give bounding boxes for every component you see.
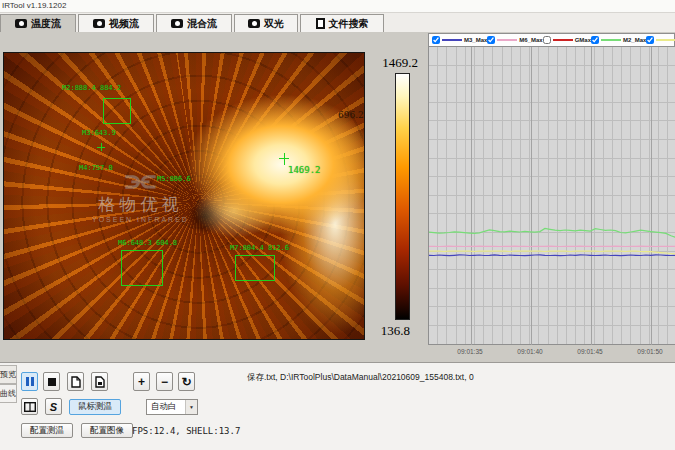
measure-roi-rect[interactable] (235, 255, 275, 281)
legend-checkbox[interactable] (646, 36, 654, 44)
spot-temp-label: 696.2 (338, 110, 364, 120)
max-temp-crosshair-icon (279, 158, 289, 159)
x-tick-label: 09:01:45 (577, 348, 602, 355)
tab-label: 双光 (264, 17, 284, 31)
zoom-in-button[interactable]: + (133, 372, 150, 391)
panel-tab-curve[interactable]: 曲线 (0, 384, 17, 403)
temperature-trend-chart[interactable] (428, 47, 675, 345)
colorbar-max-label: 1469.2 (360, 55, 418, 71)
measure-annotation: M6:648.3 604.8 (118, 239, 177, 247)
film-icon (24, 402, 36, 412)
measure-roi-rect[interactable] (103, 98, 131, 124)
colorbar-min-label: 136.8 (360, 323, 410, 339)
save-path-status: 保存.txt, D:\IRToolPlus\DataManual\2021060… (247, 372, 474, 384)
legend-label: M6_Max (519, 37, 542, 43)
watermark-logo-icon: ⫘ (92, 163, 189, 193)
max-temp-label: 1469.2 (288, 165, 321, 175)
tab-video-stream[interactable]: 视频流 (78, 14, 154, 32)
chevron-down-icon: ▼ (185, 400, 197, 414)
chart-x-axis: 09:01:35 09:01:40 09:01:45 09:01:50 (428, 348, 675, 358)
save-data-button[interactable] (91, 372, 108, 391)
legend-line-swatch (442, 39, 462, 41)
minus-icon: − (161, 376, 168, 388)
film-frames-button[interactable] (21, 398, 38, 415)
legend-item[interactable]: M5_Max (646, 36, 675, 44)
pause-button[interactable] (21, 372, 38, 391)
legend-item[interactable]: GMax (543, 36, 591, 44)
measure-annotation: M2:888.4 884.2 (62, 84, 121, 92)
legend-line-swatch (553, 39, 573, 41)
camera-icon (248, 19, 260, 28)
document-icon (316, 18, 325, 29)
palette-select-value: 自动白 (151, 401, 177, 413)
legend-label: M3_Max (464, 37, 487, 43)
stream-tab-bar: 温度流 视频流 混合流 双光 文件搜索 (0, 13, 675, 32)
stop-button[interactable] (43, 372, 60, 391)
stop-icon (48, 378, 56, 386)
tab-label: 温度流 (31, 17, 61, 31)
legend-checkbox[interactable] (487, 36, 495, 44)
zoom-out-button[interactable]: − (156, 372, 173, 391)
refresh-icon: ↻ (181, 376, 191, 388)
thermal-image[interactable]: M2:888.4 884.2 M3:643.9 M4:757.0 M5:806.… (3, 52, 365, 340)
legend-checkbox[interactable] (591, 36, 599, 44)
watermark-text-cn: 格物优视 (92, 193, 189, 216)
measure-roi-rect[interactable] (121, 250, 163, 286)
legend-line-swatch (656, 39, 675, 41)
legend-label: M2_Max (623, 37, 646, 43)
tab-mixed-stream[interactable]: 混合流 (156, 14, 232, 32)
tab-label: 文件搜索 (329, 17, 369, 31)
save-data-icon (95, 376, 105, 388)
plus-icon: + (138, 376, 145, 388)
pause-icon (26, 377, 34, 386)
camera-icon (171, 19, 183, 28)
tab-temperature-stream[interactable]: 温度流 (0, 14, 76, 32)
watermark-text-en: YOSEEN INFRARED (92, 216, 189, 223)
camera-icon (15, 19, 27, 28)
palette-select[interactable]: 自动白 ▼ (146, 399, 198, 415)
watermark: ⫘ 格物优视 YOSEEN INFRARED (92, 163, 189, 223)
legend-item[interactable]: M6_Max (487, 36, 542, 44)
measure-annotation: M7:804.4 812.6 (230, 244, 289, 252)
curve-mode-button[interactable]: S (45, 398, 62, 415)
legend-checkbox[interactable] (543, 36, 551, 44)
window-title: IRTool v1.19.1202 (2, 1, 66, 10)
legend-line-swatch (601, 39, 621, 41)
legend-line-swatch (497, 39, 517, 41)
temperature-colorbar (395, 73, 410, 320)
tab-label: 视频流 (109, 17, 139, 31)
max-temp-crosshair-icon (284, 153, 285, 165)
tab-dual-light[interactable]: 双光 (234, 14, 298, 32)
control-panel: 预览 曲线 + − ↻ S 鼠标测温 自动白 ▼ (0, 362, 675, 450)
tab-label: 混合流 (187, 17, 217, 31)
mouse-measure-button[interactable]: 鼠标测温 (69, 399, 121, 415)
legend-item[interactable]: M3_Max (432, 36, 487, 44)
camera-icon (93, 19, 105, 28)
x-tick-label: 09:01:35 (457, 348, 482, 355)
save-image-icon (71, 376, 81, 388)
legend-checkbox[interactable] (432, 36, 440, 44)
save-image-button[interactable] (67, 372, 84, 391)
x-tick-label: 09:01:50 (637, 348, 662, 355)
refresh-button[interactable]: ↻ (178, 372, 195, 391)
tab-file-search[interactable]: 文件搜索 (300, 14, 384, 32)
legend-label: GMax (575, 37, 591, 43)
chart-legend: M3_Max M6_Max GMax M2_Max M5_Max (428, 33, 675, 47)
measure-point-marker (97, 147, 105, 148)
title-bar: IRTool v1.19.1202 (0, 0, 675, 13)
panel-tab-preview[interactable]: 预览 (0, 365, 17, 384)
config-measure-button[interactable]: 配置测温 (21, 423, 73, 438)
legend-item[interactable]: M2_Max (591, 36, 646, 44)
fps-status: FPS:12.4, SHELL:13.7 (132, 426, 240, 436)
measure-annotation: M3:643.9 (82, 129, 116, 137)
x-tick-label: 09:01:40 (517, 348, 542, 355)
chart-lines (429, 47, 675, 345)
config-image-button[interactable]: 配置图像 (81, 423, 133, 438)
s-curve-icon: S (50, 401, 57, 413)
